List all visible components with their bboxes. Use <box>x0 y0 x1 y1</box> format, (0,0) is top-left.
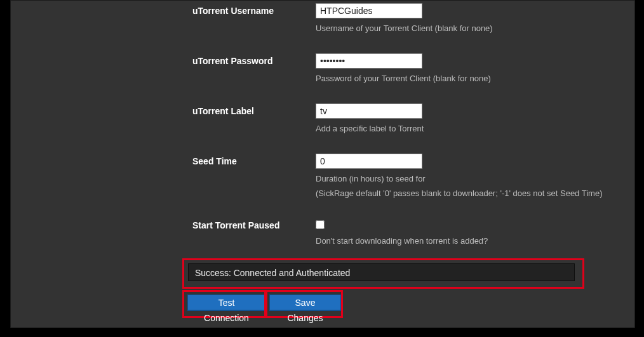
label-password: uTorrent Password <box>192 53 316 66</box>
checkbox-paused[interactable] <box>316 220 325 229</box>
save-button-highlight: Save Changes <box>264 290 343 318</box>
input-torrentlabel[interactable] <box>316 103 422 119</box>
row-username: uTorrent Username Username of your Torre… <box>192 1 612 34</box>
row-password: uTorrent Password Password of your Torre… <box>192 34 612 84</box>
save-changes-button[interactable]: Save Changes <box>269 294 341 311</box>
test-button-highlight: Test Connection <box>182 290 267 318</box>
help-paused: Don't start downloading when torrent is … <box>316 236 612 247</box>
field-torrentlabel: Add a specific label to Torrent <box>316 103 612 135</box>
torrent-form: uTorrent Username Username of your Torre… <box>192 1 612 247</box>
field-password: Password of your Torrent Client (blank f… <box>316 53 612 84</box>
label-seedtime: Seed Time <box>192 154 316 166</box>
label-torrentlabel: uTorrent Label <box>192 103 316 116</box>
label-username: uTorrent Username <box>192 3 316 16</box>
row-paused: Start Torrent Paused Don't start downloa… <box>192 199 612 247</box>
input-username[interactable] <box>316 3 422 18</box>
label-paused: Start Torrent Paused <box>192 218 316 230</box>
settings-panel: uTorrent Username Username of your Torre… <box>10 0 635 328</box>
input-seedtime[interactable] <box>316 154 422 169</box>
connection-status: Success: Connected and Authenticated <box>188 263 575 281</box>
help-seedtime: Duration (in hours) to seed for <box>316 174 612 185</box>
input-password[interactable] <box>316 53 422 69</box>
row-label: uTorrent Label Add a specific label to T… <box>192 84 612 135</box>
field-paused: Don't start downloading when torrent is … <box>316 218 612 247</box>
help-username: Username of your Torrent Client (blank f… <box>316 23 612 34</box>
test-connection-button[interactable]: Test Connection <box>187 294 265 311</box>
help-torrentlabel: Add a specific label to Torrent <box>316 124 612 135</box>
help-password: Password of your Torrent Client (blank f… <box>316 74 612 84</box>
status-highlight: Success: Connected and Authenticated <box>182 258 584 289</box>
help2-seedtime: (SickRage default '0' passes blank to do… <box>316 188 612 199</box>
field-username: Username of your Torrent Client (blank f… <box>316 3 612 34</box>
row-seedtime: Seed Time Duration (in hours) to seed fo… <box>192 135 612 199</box>
field-seedtime: Duration (in hours) to seed for (SickRag… <box>316 154 612 199</box>
